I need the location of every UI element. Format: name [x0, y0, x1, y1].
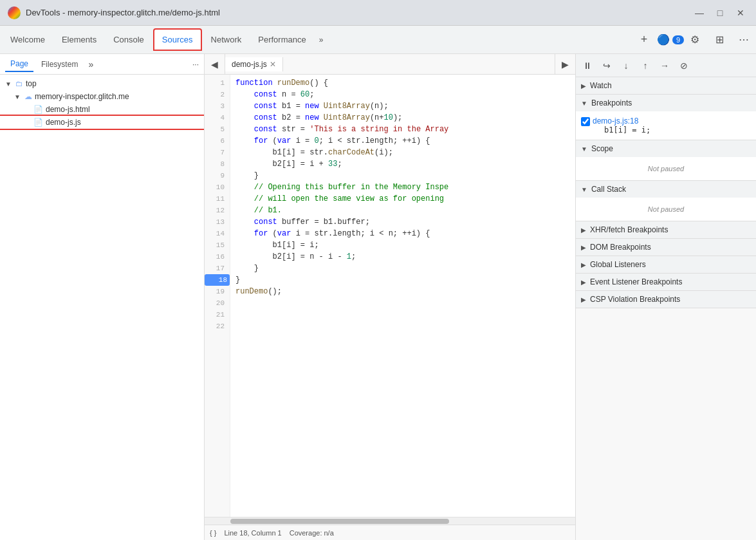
minimize-button[interactable]: — [692, 5, 707, 21]
step-over-button[interactable]: ↪ [598, 57, 616, 75]
breakpoints-header[interactable]: ▼ Breakpoints [576, 95, 756, 111]
tab-network[interactable]: Network [203, 30, 250, 50]
code-content[interactable]: function runDemo() { const n = 60; const… [230, 75, 575, 517]
titlebar: DevTools - memory-inspector.glitch.me/de… [0, 0, 756, 26]
dom-section: ▶ DOM Breakpoints [576, 239, 756, 256]
ln-10: 10 [205, 182, 230, 193]
event-listener-header[interactable]: ▶ Event Listener Breakpoints [576, 274, 756, 290]
notification-badge-button[interactable]: 🔵 9 [661, 30, 680, 50]
editor-close-button[interactable]: ✕ [270, 60, 276, 69]
code-line-3: const b1 = new Uint8Array(n); [235, 100, 570, 112]
horizontal-scrollbar[interactable] [205, 517, 575, 525]
step-into-button[interactable]: ↓ [617, 57, 635, 75]
ln-14: 14 [205, 228, 230, 239]
global-listeners-arrow: ▶ [581, 261, 586, 268]
breakpoints-content: demo-js.js:18 b1[i] = i; [576, 111, 756, 140]
tree-item-html[interactable]: ▶ 📄 demo-js.html [0, 103, 204, 116]
editor-forward-button[interactable]: ▶ [555, 54, 575, 75]
tab-console[interactable]: Console [106, 30, 152, 50]
folder-icon-top: 🗀 [15, 79, 23, 88]
window-controls: — □ ✕ [692, 5, 748, 21]
ln-19: 19 [205, 286, 230, 297]
ln-2: 2 [205, 89, 230, 100]
callstack-header[interactable]: ▼ Call Stack [576, 181, 756, 198]
code-line-9: b2[i] = i + 33; [235, 158, 570, 170]
step-out-button[interactable]: ↑ [636, 57, 654, 75]
ln-1: 1 [205, 77, 230, 89]
tab-welcome[interactable]: Welcome [3, 30, 53, 50]
callstack-label: Call Stack [591, 185, 626, 194]
filetree-more-button[interactable]: » [88, 59, 93, 70]
csp-header[interactable]: ▶ CSP Violation Breakpoints [576, 291, 756, 308]
code-line-10: } [235, 170, 570, 182]
right-panel: ⏸ ↪ ↓ ↑ → ⊘ ▶ Watch ▼ Breakpoints [576, 54, 756, 540]
filetree-options-button[interactable]: ··· [192, 60, 199, 69]
tree-arrow-origin: ▼ [14, 93, 22, 100]
status-position: Line 18, Column 1 [224, 529, 281, 537]
watch-header[interactable]: ▶ Watch [576, 77, 756, 94]
devtools-icon [8, 6, 21, 19]
breakpoints-arrow: ▼ [581, 100, 587, 107]
ln-17: 17 [205, 263, 230, 274]
close-button[interactable]: ✕ [733, 5, 748, 21]
code-line-19: b2[i] = n - i - 1; [235, 251, 570, 263]
editor-back-button[interactable]: ◀ [205, 54, 225, 75]
filetree-panel: Page Filesystem » ··· ▼ 🗀 top ▼ ☁ memory… [0, 54, 205, 540]
code-line-18: b1[i] = i; [235, 239, 570, 251]
maximize-button[interactable]: □ [712, 5, 728, 21]
file-icon-html: 📄 [33, 105, 43, 114]
xhr-header[interactable]: ▶ XHR/fetch Breakpoints [576, 221, 756, 238]
editor-file-tab[interactable]: demo-js.js ✕ [225, 57, 283, 71]
breakpoints-section: ▼ Breakpoints demo-js.js:18 b1[i] = i; [576, 95, 756, 140]
dom-label: DOM Breakpoints [590, 243, 651, 252]
tab-sources[interactable]: Sources [153, 28, 202, 51]
breakpoint-details: demo-js.js:18 b1[i] = i; [593, 116, 650, 135]
tab-more-button[interactable]: » [315, 30, 327, 50]
tree-item-top[interactable]: ▼ 🗀 top [0, 77, 204, 90]
dock-button[interactable]: ⊞ [710, 30, 729, 50]
scope-header[interactable]: ▼ Scope [576, 140, 756, 157]
code-editor[interactable]: 1 2 3 4 5 6 7 8 9 10 11 12 13 14 15 16 1… [205, 75, 575, 517]
ln-6: 6 [205, 135, 230, 147]
scope-content: Not paused [576, 157, 756, 180]
xhr-arrow: ▶ [581, 227, 586, 234]
scope-label: Scope [591, 144, 613, 153]
scope-section: ▼ Scope Not paused [576, 140, 756, 181]
deactivate-button[interactable]: ⊘ [675, 57, 693, 75]
more-options-button[interactable]: ⋯ [734, 30, 753, 50]
watch-arrow: ▶ [581, 82, 586, 89]
status-braces: { } [210, 529, 216, 537]
ln-7: 7 [205, 147, 230, 158]
tab-elements[interactable]: Elements [54, 30, 104, 50]
code-line-4: const b2 = new Uint8Array(n+10); [235, 112, 570, 124]
ln-20: 20 [205, 297, 230, 309]
new-tab-button[interactable]: + [634, 30, 654, 50]
dom-header[interactable]: ▶ DOM Breakpoints [576, 239, 756, 256]
ln-9: 9 [205, 170, 230, 182]
step-button[interactable]: → [656, 57, 674, 75]
event-listener-arrow: ▶ [581, 279, 586, 286]
dom-arrow: ▶ [581, 244, 586, 251]
cloud-icon-origin: ☁ [24, 92, 32, 101]
pause-button[interactable]: ⏸ [578, 57, 596, 75]
tree-item-js[interactable]: ▶ 📄 demo-js.js [0, 116, 204, 129]
tree-item-origin[interactable]: ▼ ☁ memory-inspector.glitch.me [0, 90, 204, 103]
breakpoint-checkbox-1[interactable] [581, 117, 590, 126]
main-content: Page Filesystem » ··· ▼ 🗀 top ▼ ☁ memory… [0, 54, 756, 540]
code-line-6: const str = 'This is a string in the Arr… [235, 124, 570, 135]
tab-performance[interactable]: Performance [250, 30, 313, 50]
horizontal-scrollbar-thumb[interactable] [230, 519, 449, 524]
settings-button[interactable]: ⚙ [685, 30, 705, 50]
ln-12: 12 [205, 205, 230, 216]
callstack-content: Not paused [576, 198, 756, 221]
breakpoint-item-1: demo-js.js:18 b1[i] = i; [581, 114, 751, 137]
ln-4: 4 [205, 112, 230, 124]
ln-8: 8 [205, 158, 230, 170]
event-listener-section: ▶ Event Listener Breakpoints [576, 274, 756, 291]
global-listeners-header[interactable]: ▶ Global Listeners [576, 256, 756, 273]
filetree-tab-filesystem[interactable]: Filesystem [36, 57, 83, 71]
csp-arrow: ▶ [581, 296, 586, 303]
filetree-tab-page[interactable]: Page [5, 57, 33, 72]
code-line-15: const buffer = b1.buffer; [235, 216, 570, 228]
global-listeners-section: ▶ Global Listeners [576, 256, 756, 274]
